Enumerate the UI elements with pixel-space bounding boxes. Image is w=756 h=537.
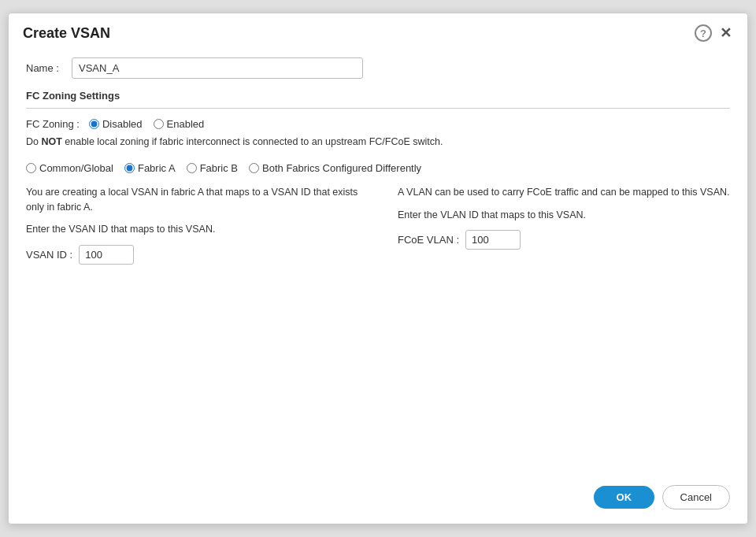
cancel-button[interactable]: Cancel: [662, 485, 730, 509]
fabric-b-option[interactable]: Fabric B: [187, 162, 238, 174]
name-input[interactable]: [72, 57, 363, 79]
warning-pre: Do: [26, 136, 41, 147]
vsan-id-row: VSAN ID :: [26, 245, 358, 265]
name-field-row: Name :: [26, 57, 730, 79]
disabled-radio-option[interactable]: Disabled: [89, 118, 143, 130]
left-desc1: You are creating a local VSAN in fabric …: [26, 185, 358, 215]
enabled-radio-option[interactable]: Enabled: [154, 118, 205, 130]
right-desc1: A VLAN can be used to carry FCoE traffic…: [398, 185, 730, 200]
disabled-label: Disabled: [102, 118, 143, 130]
both-fabrics-option[interactable]: Both Fabrics Configured Differently: [249, 162, 421, 174]
fabric-b-label: Fabric B: [200, 162, 238, 174]
ok-button[interactable]: OK: [594, 486, 654, 509]
close-button[interactable]: ✕: [718, 26, 733, 40]
both-fabrics-label: Both Fabrics Configured Differently: [262, 162, 421, 174]
warning-post: enable local zoning if fabric interconne…: [62, 136, 443, 147]
info-columns: You are creating a local VSAN in fabric …: [26, 185, 730, 265]
fc-zoning-section-label: FC Zoning Settings: [26, 90, 730, 105]
common-global-option[interactable]: Common/Global: [26, 162, 113, 174]
dialog-footer: OK Cancel: [594, 485, 730, 509]
right-desc2: Enter the VLAN ID that maps to this VSAN…: [398, 208, 730, 223]
dialog-body: Name : FC Zoning Settings FC Zoning : Di…: [9, 50, 747, 294]
enabled-radio[interactable]: [154, 119, 164, 129]
fabric-a-label: Fabric A: [138, 162, 176, 174]
left-info-col: You are creating a local VSAN in fabric …: [26, 185, 382, 265]
fabric-a-option[interactable]: Fabric A: [124, 162, 176, 174]
enabled-label: Enabled: [167, 118, 205, 130]
header-icons: ? ✕: [695, 24, 733, 42]
fcoe-vlan-input[interactable]: [465, 230, 521, 250]
left-desc2: Enter the VSAN ID that maps to this VSAN…: [26, 222, 358, 237]
fc-zoning-row: FC Zoning : Disabled Enabled: [26, 118, 730, 130]
common-global-label: Common/Global: [39, 162, 113, 174]
disabled-radio[interactable]: [89, 119, 99, 129]
name-label: Name :: [26, 62, 65, 74]
vsan-id-input[interactable]: [79, 245, 134, 265]
fc-zoning-label: FC Zoning :: [26, 118, 80, 130]
common-global-radio[interactable]: [26, 163, 36, 173]
fc-zoning-radio-group: Disabled Enabled: [89, 118, 204, 130]
both-fabrics-radio[interactable]: [249, 163, 259, 173]
fcoe-vlan-label: FCoE VLAN :: [398, 234, 459, 246]
right-info-col: A VLAN can be used to carry FCoE traffic…: [382, 185, 730, 265]
dialog-title: Create VSAN: [23, 25, 110, 42]
warning-text: Do NOT enable local zoning if fabric int…: [26, 135, 730, 150]
fabric-a-radio[interactable]: [124, 163, 135, 173]
fabric-options-row: Common/Global Fabric A Fabric B Both Fab…: [26, 162, 730, 174]
fabric-b-radio[interactable]: [187, 163, 197, 173]
warning-bold: NOT: [41, 136, 61, 147]
create-vsan-dialog: Create VSAN ? ✕ Name : FC Zoning Setting…: [8, 13, 748, 524]
dialog-header: Create VSAN ? ✕: [9, 13, 747, 50]
fcoe-vlan-row: FCoE VLAN :: [398, 230, 730, 250]
help-button[interactable]: ?: [695, 24, 712, 42]
section-divider: [26, 108, 730, 109]
vsan-id-label: VSAN ID :: [26, 249, 72, 261]
